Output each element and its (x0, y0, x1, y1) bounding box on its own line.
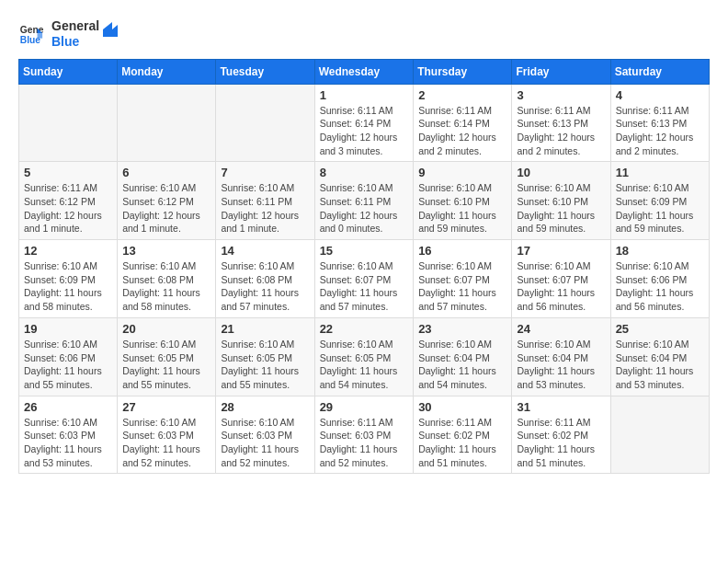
calendar-cell: 30Sunrise: 6:11 AM Sunset: 6:02 PM Dayli… (414, 396, 512, 474)
day-number: 27 (122, 400, 210, 414)
calendar-cell: 20Sunrise: 6:10 AM Sunset: 6:05 PM Dayli… (118, 317, 216, 396)
day-info: Sunrise: 6:10 AM Sunset: 6:04 PM Dayligh… (517, 338, 605, 392)
calendar-cell: 3Sunrise: 6:11 AM Sunset: 6:13 PM Daylig… (512, 84, 610, 162)
calendar-cell (610, 396, 709, 474)
day-info: Sunrise: 6:10 AM Sunset: 6:11 PM Dayligh… (221, 181, 309, 236)
day-number: 17 (517, 244, 605, 258)
day-number: 8 (320, 166, 409, 179)
day-number: 7 (221, 166, 309, 179)
logo-blue: Blue (51, 34, 99, 50)
header-day-tuesday: Tuesday (216, 59, 314, 84)
day-info: Sunrise: 6:11 AM Sunset: 6:02 PM Dayligh… (418, 416, 506, 470)
day-number: 21 (221, 322, 309, 336)
calendar-cell: 14Sunrise: 6:10 AM Sunset: 6:08 PM Dayli… (216, 240, 314, 318)
calendar-cell: 11Sunrise: 6:10 AM Sunset: 6:09 PM Dayli… (610, 162, 709, 240)
calendar-cell: 17Sunrise: 6:10 AM Sunset: 6:07 PM Dayli… (512, 240, 610, 318)
day-number: 16 (418, 244, 506, 258)
logo-arrow-icon (101, 20, 119, 39)
calendar-cell: 7Sunrise: 6:10 AM Sunset: 6:11 PM Daylig… (216, 162, 314, 240)
svg-marker-4 (103, 22, 118, 37)
calendar-cell: 26Sunrise: 6:10 AM Sunset: 6:03 PM Dayli… (19, 396, 118, 474)
day-number: 9 (418, 166, 506, 179)
header-day-wednesday: Wednesday (314, 59, 414, 84)
calendar-cell: 21Sunrise: 6:10 AM Sunset: 6:05 PM Dayli… (216, 317, 314, 396)
day-number: 19 (24, 322, 112, 336)
day-info: Sunrise: 6:10 AM Sunset: 6:07 PM Dayligh… (320, 259, 409, 314)
day-number: 2 (418, 88, 506, 102)
calendar-cell: 18Sunrise: 6:10 AM Sunset: 6:06 PM Dayli… (610, 240, 709, 318)
page-header: General Blue General Blue (18, 18, 710, 50)
week-row-3: 12Sunrise: 6:10 AM Sunset: 6:09 PM Dayli… (19, 240, 710, 318)
header-day-saturday: Saturday (610, 59, 709, 84)
day-info: Sunrise: 6:11 AM Sunset: 6:03 PM Dayligh… (320, 416, 409, 470)
calendar-cell: 31Sunrise: 6:11 AM Sunset: 6:02 PM Dayli… (512, 396, 610, 474)
day-number: 11 (616, 166, 704, 179)
calendar-cell (216, 84, 314, 162)
day-number: 24 (517, 322, 605, 336)
day-info: Sunrise: 6:11 AM Sunset: 6:13 PM Dayligh… (517, 104, 605, 158)
day-number: 5 (24, 166, 112, 179)
calendar-header: SundayMondayTuesdayWednesdayThursdayFrid… (19, 59, 710, 84)
calendar-cell: 22Sunrise: 6:10 AM Sunset: 6:05 PM Dayli… (314, 317, 414, 396)
day-info: Sunrise: 6:11 AM Sunset: 6:14 PM Dayligh… (320, 104, 409, 158)
day-number: 15 (320, 244, 409, 258)
header-day-monday: Monday (118, 59, 216, 84)
day-number: 4 (616, 88, 704, 102)
day-info: Sunrise: 6:10 AM Sunset: 6:03 PM Dayligh… (122, 416, 210, 470)
calendar-cell (118, 84, 216, 162)
calendar-cell: 2Sunrise: 6:11 AM Sunset: 6:14 PM Daylig… (414, 84, 512, 162)
day-info: Sunrise: 6:10 AM Sunset: 6:06 PM Dayligh… (24, 338, 112, 392)
calendar-cell: 15Sunrise: 6:10 AM Sunset: 6:07 PM Dayli… (314, 240, 414, 318)
day-info: Sunrise: 6:10 AM Sunset: 6:11 PM Dayligh… (320, 181, 409, 236)
calendar-cell: 4Sunrise: 6:11 AM Sunset: 6:13 PM Daylig… (610, 84, 709, 162)
day-number: 18 (616, 244, 704, 258)
day-number: 28 (221, 400, 309, 414)
svg-marker-3 (38, 33, 43, 39)
calendar-cell: 8Sunrise: 6:10 AM Sunset: 6:11 PM Daylig… (314, 162, 414, 240)
day-info: Sunrise: 6:11 AM Sunset: 6:13 PM Dayligh… (616, 104, 704, 158)
day-number: 13 (122, 244, 210, 258)
calendar-cell: 16Sunrise: 6:10 AM Sunset: 6:07 PM Dayli… (414, 240, 512, 318)
logo: General Blue General Blue (18, 18, 119, 50)
calendar-cell: 10Sunrise: 6:10 AM Sunset: 6:10 PM Dayli… (512, 162, 610, 240)
day-number: 1 (320, 88, 409, 102)
day-info: Sunrise: 6:10 AM Sunset: 6:05 PM Dayligh… (221, 338, 309, 392)
day-info: Sunrise: 6:10 AM Sunset: 6:04 PM Dayligh… (418, 338, 506, 392)
calendar-cell: 1Sunrise: 6:11 AM Sunset: 6:14 PM Daylig… (314, 84, 414, 162)
calendar-cell: 13Sunrise: 6:10 AM Sunset: 6:08 PM Dayli… (118, 240, 216, 318)
day-number: 26 (24, 400, 112, 414)
header-day-sunday: Sunday (19, 59, 118, 84)
calendar-cell: 27Sunrise: 6:10 AM Sunset: 6:03 PM Dayli… (118, 396, 216, 474)
day-info: Sunrise: 6:10 AM Sunset: 6:09 PM Dayligh… (616, 181, 704, 236)
day-number: 23 (418, 322, 506, 336)
day-info: Sunrise: 6:11 AM Sunset: 6:14 PM Dayligh… (418, 104, 506, 158)
calendar-cell: 23Sunrise: 6:10 AM Sunset: 6:04 PM Dayli… (414, 317, 512, 396)
week-row-5: 26Sunrise: 6:10 AM Sunset: 6:03 PM Dayli… (19, 396, 710, 474)
day-info: Sunrise: 6:10 AM Sunset: 6:10 PM Dayligh… (517, 181, 605, 236)
day-number: 29 (320, 400, 409, 414)
header-day-friday: Friday (512, 59, 610, 84)
calendar-cell: 25Sunrise: 6:10 AM Sunset: 6:04 PM Dayli… (610, 317, 709, 396)
day-info: Sunrise: 6:10 AM Sunset: 6:09 PM Dayligh… (24, 259, 112, 314)
day-info: Sunrise: 6:10 AM Sunset: 6:05 PM Dayligh… (320, 338, 409, 392)
day-info: Sunrise: 6:11 AM Sunset: 6:02 PM Dayligh… (517, 416, 605, 470)
day-number: 6 (122, 166, 210, 179)
calendar-cell: 28Sunrise: 6:10 AM Sunset: 6:03 PM Dayli… (216, 396, 314, 474)
day-info: Sunrise: 6:10 AM Sunset: 6:07 PM Dayligh… (517, 259, 605, 314)
week-row-4: 19Sunrise: 6:10 AM Sunset: 6:06 PM Dayli… (19, 317, 710, 396)
calendar-cell: 19Sunrise: 6:10 AM Sunset: 6:06 PM Dayli… (19, 317, 118, 396)
day-number: 30 (418, 400, 506, 414)
calendar-cell: 5Sunrise: 6:11 AM Sunset: 6:12 PM Daylig… (19, 162, 118, 240)
calendar-cell: 6Sunrise: 6:10 AM Sunset: 6:12 PM Daylig… (118, 162, 216, 240)
calendar-cell: 29Sunrise: 6:11 AM Sunset: 6:03 PM Dayli… (314, 396, 414, 474)
calendar-cell: 9Sunrise: 6:10 AM Sunset: 6:10 PM Daylig… (414, 162, 512, 240)
day-number: 20 (122, 322, 210, 336)
day-info: Sunrise: 6:10 AM Sunset: 6:03 PM Dayligh… (24, 416, 112, 470)
day-info: Sunrise: 6:10 AM Sunset: 6:06 PM Dayligh… (616, 259, 704, 314)
day-number: 12 (24, 244, 112, 258)
day-number: 10 (517, 166, 605, 179)
calendar-cell: 12Sunrise: 6:10 AM Sunset: 6:09 PM Dayli… (19, 240, 118, 318)
calendar-cell: 24Sunrise: 6:10 AM Sunset: 6:04 PM Dayli… (512, 317, 610, 396)
day-number: 25 (616, 322, 704, 336)
day-info: Sunrise: 6:10 AM Sunset: 6:08 PM Dayligh… (221, 259, 309, 314)
